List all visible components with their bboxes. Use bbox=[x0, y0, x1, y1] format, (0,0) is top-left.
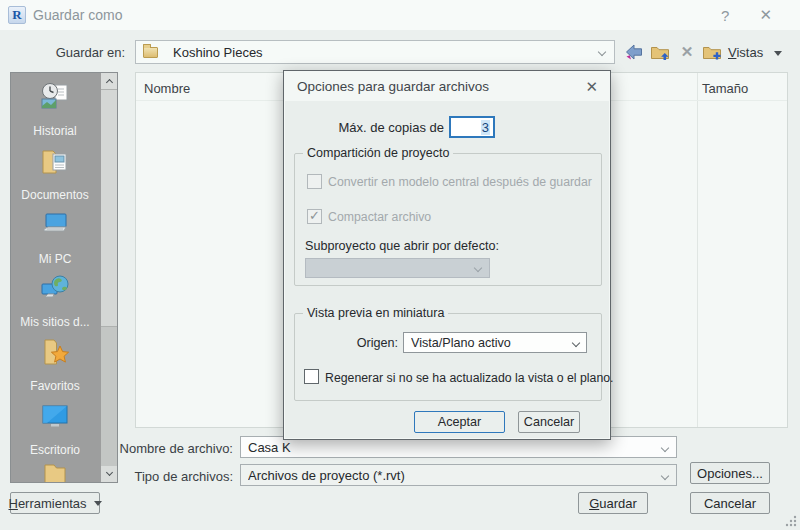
sidebar-item-mis-sitios[interactable]: Mis sitios d... bbox=[11, 272, 99, 329]
documents-icon bbox=[39, 145, 71, 177]
up-folder-icon[interactable] bbox=[650, 42, 670, 62]
preview-group-title: Vista previa en miniatura bbox=[303, 306, 448, 320]
chevron-down-icon[interactable] bbox=[572, 339, 580, 347]
help-icon[interactable]: ? bbox=[721, 7, 729, 24]
modal-close-icon[interactable]: ✕ bbox=[585, 78, 598, 96]
file-type-combobox[interactable]: Archivos de proyecto (*.rvt) bbox=[240, 464, 677, 486]
revit-logo-icon: R bbox=[8, 6, 26, 24]
folder-icon bbox=[143, 47, 158, 58]
my-pc-icon bbox=[39, 209, 71, 241]
window-title: Guardar como bbox=[33, 7, 122, 23]
cancel-button[interactable]: Cancelar bbox=[690, 492, 770, 514]
save-location-combobox[interactable]: Koshino Pieces bbox=[135, 40, 615, 64]
preview-source-label: Origen: bbox=[315, 336, 398, 350]
file-name-label: Nombre de archivo: bbox=[100, 441, 233, 456]
modal-title-bar: Opciones para guardar archivos ✕ bbox=[284, 71, 610, 101]
close-icon[interactable]: ✕ bbox=[759, 6, 772, 24]
file-type-label: Tipo de archivos: bbox=[100, 469, 233, 484]
scroll-up-icon[interactable] bbox=[101, 73, 117, 89]
modal-cancel-button[interactable]: Cancelar bbox=[518, 411, 580, 433]
default-workset-label: Subproyecto que abrir por defecto: bbox=[305, 239, 499, 253]
make-central-label: Convertir en modelo central después de g… bbox=[328, 175, 592, 189]
save-button[interactable]: Guardar bbox=[578, 492, 648, 514]
max-backups-label: Máx. de copias de bbox=[304, 120, 444, 135]
back-arrow-icon[interactable] bbox=[624, 42, 644, 62]
places-sidebar: Historial Documentos Mi PC bbox=[10, 72, 118, 483]
network-places-icon bbox=[39, 272, 71, 304]
chevron-down-icon[interactable] bbox=[661, 444, 669, 452]
scrollbar-thumb[interactable] bbox=[101, 89, 117, 327]
compact-file-label: Compactar archivo bbox=[328, 210, 431, 224]
save-location-value: Koshino Pieces bbox=[173, 45, 263, 60]
preview-source-combobox[interactable]: Vista/Plano activo bbox=[403, 332, 587, 353]
desktop-icon bbox=[39, 400, 71, 432]
sidebar-item-escritorio[interactable]: Escritorio bbox=[11, 400, 99, 457]
column-header-tamano[interactable]: Tamaño bbox=[702, 81, 748, 96]
worksharing-group: Compartición de proyecto Convertir en mo… bbox=[294, 153, 602, 286]
tools-caret-icon bbox=[94, 501, 102, 506]
regenerate-label: Regenerar si no se ha actualizado la vis… bbox=[325, 371, 613, 385]
chevron-down-icon[interactable] bbox=[661, 472, 669, 480]
tools-button[interactable]: Herramientas bbox=[10, 492, 100, 514]
folder-icon bbox=[39, 461, 71, 483]
modal-title: Opciones para guardar archivos bbox=[297, 79, 489, 94]
sidebar-item-favoritos[interactable]: Favoritos bbox=[11, 336, 99, 393]
worksharing-group-title: Compartición de proyecto bbox=[303, 146, 453, 160]
history-icon bbox=[39, 81, 71, 113]
column-separator[interactable] bbox=[697, 73, 698, 427]
sidebar-item-mi-pc[interactable]: Mi PC bbox=[11, 209, 99, 266]
chevron-down-icon[interactable] bbox=[598, 48, 606, 56]
accept-button[interactable]: Aceptar bbox=[414, 411, 505, 433]
sidebar-item-historial[interactable]: Historial bbox=[11, 81, 99, 138]
column-header-nombre[interactable]: Nombre bbox=[144, 81, 190, 96]
default-workset-combobox bbox=[305, 258, 490, 278]
views-button[interactable]: Vistas bbox=[728, 45, 763, 60]
make-central-checkbox bbox=[307, 174, 322, 189]
options-button[interactable]: Opciones... bbox=[690, 462, 770, 484]
sidebar-item-partial-folder[interactable] bbox=[11, 461, 99, 483]
new-folder-icon[interactable] bbox=[702, 42, 722, 62]
resize-grip[interactable] bbox=[785, 515, 797, 527]
title-bar: R Guardar como ? ✕ bbox=[0, 0, 800, 30]
sidebar-item-documentos[interactable]: Documentos bbox=[11, 145, 99, 202]
file-save-options-dialog: Opciones para guardar archivos ✕ Máx. de… bbox=[283, 70, 611, 440]
compact-file-checkbox bbox=[307, 209, 322, 224]
max-backups-value: 3 bbox=[481, 120, 490, 135]
favorites-icon bbox=[39, 336, 71, 368]
preview-group: Vista previa en miniatura Origen: Vista/… bbox=[294, 313, 602, 401]
delete-x-icon[interactable]: ✕ bbox=[677, 42, 697, 62]
views-caret-icon[interactable] bbox=[774, 51, 782, 56]
save-in-label: Guardar en: bbox=[30, 45, 125, 60]
save-as-dialog: R Guardar como ? ✕ Guardar en: Koshino P… bbox=[0, 0, 800, 530]
sidebar-scrollbar[interactable] bbox=[101, 73, 117, 482]
max-backups-input[interactable]: 3 bbox=[449, 116, 495, 138]
chevron-down-icon bbox=[474, 264, 482, 272]
regenerate-checkbox[interactable] bbox=[304, 369, 319, 384]
